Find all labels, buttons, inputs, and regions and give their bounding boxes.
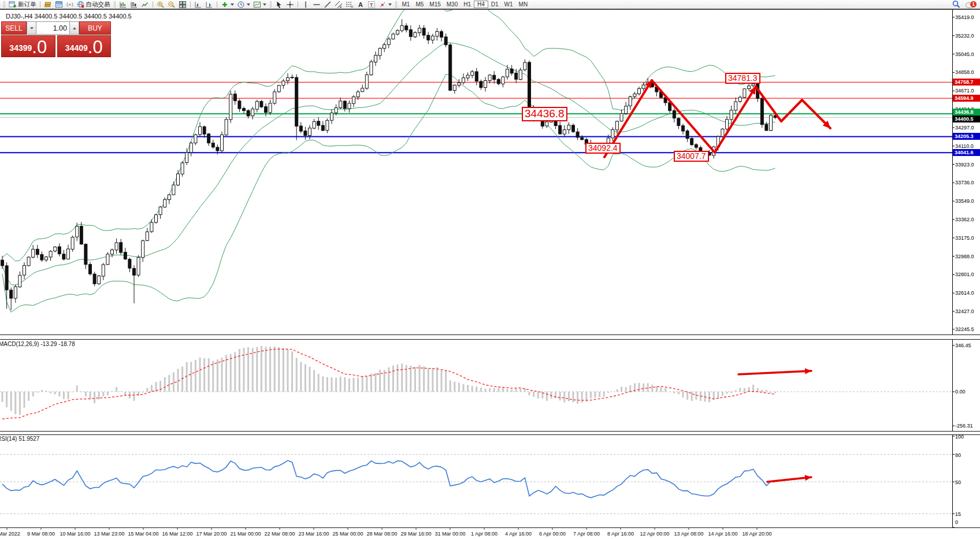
- rsi-tick-label: 15: [955, 511, 961, 517]
- add-indicator-icon: [221, 1, 229, 9]
- timeframe-button-M5[interactable]: M5: [413, 1, 426, 8]
- price-annotation-34781[interactable]: 34781.3: [725, 73, 760, 84]
- chart-profile-button[interactable]: [43, 1, 53, 9]
- timeframe-button-D1[interactable]: D1: [488, 1, 502, 8]
- sell-button[interactable]: SELL: [1, 21, 27, 35]
- buy-price-display[interactable]: 34409.0: [57, 35, 112, 57]
- toolbar-grip[interactable]: [270, 1, 272, 8]
- arrows-tool-icon: [378, 1, 387, 9]
- timeframe-button-H1[interactable]: H1: [461, 1, 474, 8]
- candle-chart-button[interactable]: [129, 1, 139, 9]
- channel-button[interactable]: E: [333, 1, 344, 9]
- tile-windows-button[interactable]: [177, 1, 188, 9]
- template-icon: [253, 1, 261, 9]
- cursor-button[interactable]: [274, 1, 284, 9]
- bar-chart-button[interactable]: [118, 1, 128, 9]
- sell-price-main: 34399: [9, 44, 32, 52]
- autotrade-label: 自动交易: [86, 1, 110, 9]
- macd-panel-divider[interactable]: [0, 334, 980, 340]
- price-tick-label: 34297.0: [955, 125, 974, 131]
- period-button[interactable]: [236, 1, 251, 9]
- crosshair-button[interactable]: [285, 1, 295, 9]
- chart-canvas[interactable]: [0, 0, 980, 539]
- trendline-button[interactable]: [322, 1, 333, 9]
- price-annotation-34092[interactable]: 34092.4: [585, 143, 621, 154]
- bar-chart-icon: [119, 1, 127, 9]
- zoom-in-button[interactable]: [155, 1, 166, 9]
- fibonacci-button[interactable]: F: [344, 1, 355, 9]
- volume-increase-button[interactable]: [69, 21, 79, 35]
- new-order-button[interactable]: 新订单: [8, 1, 38, 9]
- time-axis-label: 10 Mar 16:00: [60, 531, 90, 537]
- volume-input[interactable]: [36, 21, 69, 35]
- svg-text:E: E: [340, 5, 342, 9]
- zoom-in-icon: [157, 1, 165, 9]
- timeframe-button-H4[interactable]: H4: [474, 1, 488, 8]
- cursor-icon: [275, 1, 283, 9]
- svg-text:F: F: [351, 5, 354, 9]
- price-annotation-34436[interactable]: 34436.8: [522, 107, 567, 121]
- text-label-icon: T: [368, 1, 376, 9]
- timeframe-button-MN[interactable]: MN: [516, 1, 531, 8]
- signal-button[interactable]: [65, 1, 75, 9]
- horizontal-line-button[interactable]: [311, 1, 322, 9]
- rsi-panel-divider[interactable]: [0, 431, 980, 435]
- line-chart-button[interactable]: [140, 1, 150, 9]
- sell-price-display[interactable]: 34399.0: [1, 35, 55, 57]
- template-button[interactable]: [252, 1, 268, 9]
- price-level-badge: 34041.6: [953, 149, 980, 156]
- macd-tick-label: -256.31: [955, 423, 973, 429]
- time-axis-label: 25 Mar 00:00: [332, 531, 363, 537]
- arrows-tool-button[interactable]: [377, 1, 393, 9]
- time-axis-label: 6 Apr 00:00: [539, 531, 566, 537]
- trade-panel-prices: 34399.0 34409.0: [1, 35, 111, 57]
- time-axis-label: 15 Mar 04:00: [128, 531, 158, 537]
- time-axis-label: 14 Apr 16:00: [708, 531, 737, 537]
- toolbar-grip[interactable]: [114, 1, 116, 8]
- price-annotation-34007[interactable]: 34007.7: [674, 151, 709, 162]
- zoom-out-button[interactable]: [166, 1, 177, 9]
- text-button[interactable]: A: [355, 1, 366, 9]
- tile-windows-icon: [179, 1, 187, 9]
- toolbar-grip[interactable]: [3, 1, 5, 8]
- price-level-badge: 34594.9: [953, 95, 980, 102]
- chart-shift-button[interactable]: [193, 1, 203, 9]
- price-tick-label: 33549.0: [955, 198, 974, 204]
- timeframe-button-M1[interactable]: M1: [399, 1, 413, 8]
- toolbar-separator: [190, 1, 191, 8]
- zoom-out-icon: [168, 1, 176, 9]
- timeframe-button-M30[interactable]: M30: [444, 1, 461, 8]
- toolbar-separator: [153, 1, 153, 8]
- toolbar-separator: [40, 1, 40, 8]
- timeframe-toolbar: M1M5M15M30H1H4D1W1MN: [399, 1, 531, 8]
- auto-scroll-button[interactable]: [204, 1, 214, 9]
- candle-chart-icon: [130, 1, 138, 9]
- timeframe-button-M15[interactable]: M15: [426, 1, 443, 8]
- one-click-trade-panel: SELL BUY 34399.0 34409.0: [1, 21, 111, 57]
- market-watch-icon: [55, 1, 63, 9]
- crosshair-icon: [286, 1, 294, 9]
- horizontal-line-icon: [313, 1, 321, 9]
- market-watch-button[interactable]: [54, 1, 64, 9]
- toolbar-grip[interactable]: [395, 1, 397, 8]
- sell-price-pips: .0: [32, 40, 47, 55]
- add-indicator-button[interactable]: [220, 1, 235, 9]
- buy-button[interactable]: BUY: [79, 21, 111, 35]
- volume-decrease-button[interactable]: [27, 21, 36, 35]
- price-tick-label: 32614.0: [955, 290, 974, 296]
- main-toolbar: 新订单 自动交易 E F A T: [0, 0, 980, 9]
- price-tick-label: 35232.0: [955, 33, 974, 39]
- autotrade-button[interactable]: 自动交易: [76, 1, 112, 9]
- dropdown-caret-icon: [263, 3, 266, 6]
- search-button[interactable]: [951, 1, 962, 9]
- time-axis-label: 1 Apr 08:00: [471, 531, 498, 537]
- notification-button[interactable]: 1: [966, 1, 978, 9]
- macd-tick-label: 346.45: [955, 343, 971, 348]
- time-axis-label: 16 Mar 12:00: [162, 531, 192, 537]
- timeframe-button-W1[interactable]: W1: [502, 1, 516, 8]
- price-tick-label: 35419.0: [955, 14, 974, 20]
- price-tick-label: 32988.0: [955, 254, 974, 259]
- vertical-line-button[interactable]: [300, 1, 311, 9]
- label-button[interactable]: T: [366, 1, 377, 9]
- time-axis-label: 29 Mar 16:00: [400, 531, 431, 537]
